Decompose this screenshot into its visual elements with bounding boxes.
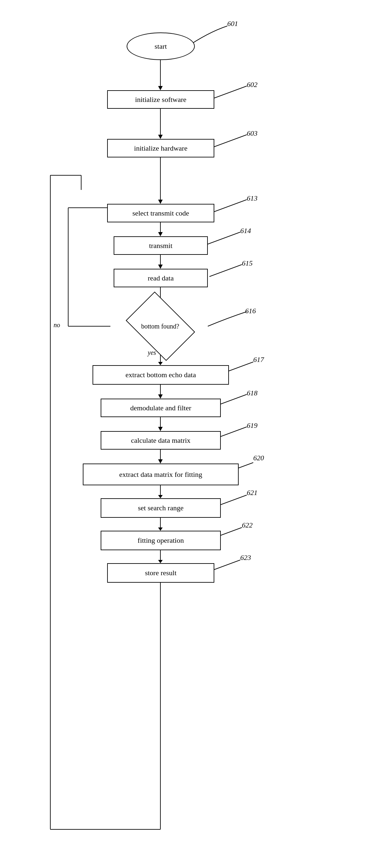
svg-marker-17 bbox=[158, 265, 163, 269]
extract-bottom-shape: extract bottom echo data bbox=[93, 365, 229, 385]
svg-marker-28 bbox=[158, 427, 163, 431]
start-shape: start bbox=[127, 32, 195, 60]
read-data-shape: read data bbox=[114, 269, 208, 287]
ref-613: 613 bbox=[247, 194, 257, 203]
start-label: start bbox=[155, 42, 167, 51]
ref-616: 616 bbox=[245, 307, 256, 315]
svg-marker-30 bbox=[158, 459, 163, 464]
init-hardware-label: initialize hardware bbox=[134, 144, 187, 153]
set-search-label: set search range bbox=[138, 504, 184, 512]
demodulate-label: demodulate and filter bbox=[130, 404, 191, 412]
ref-615: 615 bbox=[242, 259, 253, 268]
ref-620: 620 bbox=[253, 454, 264, 462]
fitting-op-label: fitting operation bbox=[138, 536, 184, 545]
ref-621: 621 bbox=[247, 489, 257, 497]
store-result-label: store result bbox=[145, 569, 176, 577]
svg-marker-34 bbox=[158, 527, 163, 531]
init-software-shape: initialize software bbox=[107, 90, 214, 109]
transmit-shape: transmit bbox=[114, 236, 208, 255]
ref-619: 619 bbox=[247, 421, 257, 430]
svg-marker-15 bbox=[158, 232, 163, 236]
no-label: no bbox=[54, 321, 60, 329]
ref-623: 623 bbox=[240, 554, 251, 562]
svg-marker-3 bbox=[158, 135, 163, 139]
ref-618: 618 bbox=[247, 389, 257, 397]
ref-617: 617 bbox=[253, 355, 264, 364]
extract-matrix-label: extract data matrix for fitting bbox=[119, 470, 202, 479]
transmit-label: transmit bbox=[149, 242, 173, 250]
svg-marker-1 bbox=[158, 86, 163, 90]
svg-marker-26 bbox=[158, 394, 163, 399]
fitting-op-shape: fitting operation bbox=[101, 531, 221, 550]
select-transmit-shape: select transmit code bbox=[107, 204, 214, 222]
ref-603: 603 bbox=[247, 129, 257, 137]
bottom-found-shape: bottom found? bbox=[126, 291, 195, 361]
extract-matrix-shape: extract data matrix for fitting bbox=[83, 464, 239, 485]
calc-matrix-label: calculate data matrix bbox=[131, 436, 190, 445]
read-data-label: read data bbox=[148, 274, 174, 282]
svg-marker-32 bbox=[158, 495, 163, 498]
select-transmit-label: select transmit code bbox=[132, 209, 189, 217]
flowchart: start 601 initialize software 602 initia… bbox=[0, 0, 376, 868]
extract-bottom-label: extract bottom echo data bbox=[126, 371, 196, 379]
ref-622: 622 bbox=[242, 521, 253, 529]
store-result-shape: store result bbox=[107, 563, 214, 583]
ref-601: 601 bbox=[227, 20, 238, 28]
init-hardware-shape: initialize hardware bbox=[107, 139, 214, 157]
calc-matrix-shape: calculate data matrix bbox=[101, 431, 221, 450]
svg-marker-24 bbox=[158, 362, 163, 365]
ref-602: 602 bbox=[247, 81, 257, 89]
init-software-label: initialize software bbox=[135, 95, 186, 104]
set-search-shape: set search range bbox=[101, 498, 221, 518]
ref-614: 614 bbox=[240, 226, 251, 235]
bottom-found-label: bottom found? bbox=[141, 323, 179, 330]
yes-label: yes bbox=[148, 349, 156, 356]
svg-marker-13 bbox=[158, 199, 163, 204]
demodulate-shape: demodulate and filter bbox=[101, 399, 221, 417]
svg-marker-36 bbox=[158, 560, 163, 563]
